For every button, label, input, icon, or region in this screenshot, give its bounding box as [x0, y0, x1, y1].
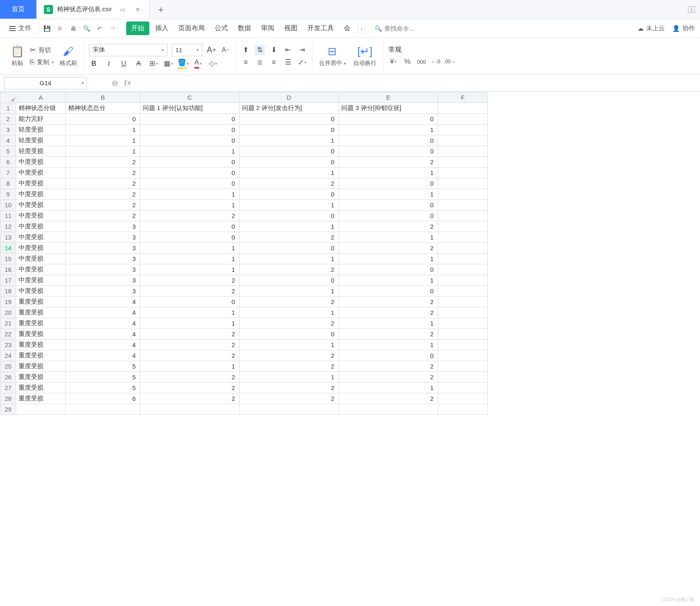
ribbon-tab-7[interactable]: 开发工具	[303, 22, 338, 35]
cell[interactable]: 2	[240, 383, 339, 393]
cell[interactable]	[438, 404, 488, 415]
cell[interactable]: 2	[240, 350, 339, 361]
increase-indent-icon[interactable]: ⇥	[297, 45, 307, 55]
cell[interactable]: 0	[339, 200, 438, 211]
more-tabs-icon[interactable]: ›	[358, 24, 366, 34]
percent-icon[interactable]: %	[403, 57, 412, 67]
row-header[interactable]: 3	[0, 125, 16, 135]
cell[interactable]: 0	[240, 243, 339, 254]
select-all-corner[interactable]	[0, 92, 16, 103]
cell[interactable]: 轻度受损	[16, 135, 66, 146]
cell[interactable]: 轻度受损	[16, 125, 66, 135]
cell[interactable]: 重度受损	[16, 307, 66, 318]
cell[interactable]: 中度受损	[16, 168, 66, 178]
cell[interactable]: 1	[240, 286, 339, 297]
cell[interactable]: 2	[240, 232, 339, 243]
cell[interactable]: 1	[240, 221, 339, 232]
cell[interactable]: 轻度受损	[16, 146, 66, 157]
row-header[interactable]: 23	[0, 340, 16, 350]
row-header[interactable]: 27	[0, 383, 16, 393]
cell[interactable]: 4	[66, 329, 140, 340]
row-header[interactable]: 7	[0, 168, 16, 178]
cell[interactable]: 3	[66, 275, 140, 286]
cell[interactable]: 2	[140, 286, 240, 297]
print-preview-icon[interactable]: 🔍	[82, 24, 91, 33]
cell[interactable]	[438, 275, 488, 286]
cell[interactable]: 2	[140, 350, 240, 361]
cell[interactable]	[438, 393, 488, 404]
cell[interactable]: 能力完好	[16, 114, 66, 125]
cut-button[interactable]: ✂剪切	[30, 46, 54, 55]
cell[interactable]: 0	[240, 125, 339, 135]
column-header-A[interactable]: A	[16, 92, 66, 103]
cell[interactable]: 3	[66, 254, 140, 264]
font-size-select[interactable]: 11▾	[172, 44, 202, 56]
column-header-E[interactable]: E	[339, 92, 438, 103]
cell[interactable]: 重度受损	[16, 297, 66, 307]
cell[interactable]: 0	[66, 114, 140, 125]
cell[interactable]: 0	[140, 232, 240, 243]
cell[interactable]: 2	[339, 243, 438, 254]
cell[interactable]: 2	[339, 297, 438, 307]
cell[interactable]	[438, 286, 488, 297]
cell[interactable]	[438, 135, 488, 146]
cell[interactable]	[16, 404, 66, 415]
cell[interactable]	[438, 168, 488, 178]
cell[interactable]: 2	[339, 372, 438, 383]
cell[interactable]: 0	[140, 221, 240, 232]
ribbon-tab-2[interactable]: 页面布局	[174, 22, 209, 35]
cell[interactable]: 5	[66, 383, 140, 393]
cell[interactable]: 中度受损	[16, 254, 66, 264]
row-header[interactable]: 29	[0, 404, 16, 415]
row-header[interactable]: 11	[0, 211, 16, 221]
cell[interactable]: 4	[66, 318, 140, 329]
cell[interactable]: 0	[240, 275, 339, 286]
cell[interactable]: 4	[66, 340, 140, 350]
undo-icon[interactable]: ↶	[96, 24, 104, 33]
cell[interactable]	[438, 221, 488, 232]
format-painter-button[interactable]: 🖌 格式刷	[58, 44, 79, 68]
cell[interactable]: 1	[140, 318, 240, 329]
cell[interactable]: 精神状态分级	[16, 103, 66, 114]
cell[interactable]: 0	[339, 135, 438, 146]
font-name-select[interactable]: 宋体▾	[89, 44, 168, 56]
cell[interactable]: 2	[240, 361, 339, 372]
cell[interactable]: 1	[240, 307, 339, 318]
cell[interactable]: 重度受损	[16, 383, 66, 393]
row-header[interactable]: 8	[0, 178, 16, 189]
font-color-icon[interactable]: A	[193, 59, 203, 69]
search-input[interactable]	[384, 25, 434, 32]
currency-icon[interactable]: ¥	[388, 57, 398, 67]
increase-decimal-icon[interactable]: .00→	[445, 57, 455, 67]
cell[interactable]: 2	[140, 393, 240, 404]
cell[interactable]: 重度受损	[16, 350, 66, 361]
ribbon-tab-1[interactable]: 插入	[151, 22, 173, 35]
cell[interactable]	[438, 157, 488, 168]
row-header[interactable]: 6	[0, 157, 16, 168]
cell[interactable]: 1	[140, 254, 240, 264]
cell[interactable]: 2	[140, 372, 240, 383]
cell[interactable]: 2	[140, 383, 240, 393]
cell[interactable]: 0	[240, 189, 339, 200]
cell[interactable]: 2	[66, 189, 140, 200]
cell[interactable]	[438, 340, 488, 350]
cell[interactable]: 2	[66, 200, 140, 211]
column-header-C[interactable]: C	[140, 92, 240, 103]
cell[interactable]: 1	[339, 168, 438, 178]
cell-style-icon[interactable]: ▦	[163, 59, 173, 69]
align-left-icon[interactable]: ≡	[241, 57, 251, 67]
cell[interactable]: 2	[66, 178, 140, 189]
cell[interactable]: 0	[240, 114, 339, 125]
cell[interactable]: 0	[339, 178, 438, 189]
cell[interactable]	[438, 232, 488, 243]
italic-icon[interactable]: I	[104, 59, 114, 69]
cell[interactable]: 1	[339, 189, 438, 200]
command-search[interactable]: 🔍	[375, 25, 634, 32]
cell[interactable]: 2	[240, 318, 339, 329]
cell[interactable]: 2	[240, 297, 339, 307]
ribbon-tab-3[interactable]: 公式	[211, 22, 232, 35]
ribbon-tab-6[interactable]: 视图	[280, 22, 302, 35]
row-header[interactable]: 14	[0, 243, 16, 254]
align-right-icon[interactable]: ≡	[269, 57, 279, 67]
cell[interactable]	[438, 200, 488, 211]
